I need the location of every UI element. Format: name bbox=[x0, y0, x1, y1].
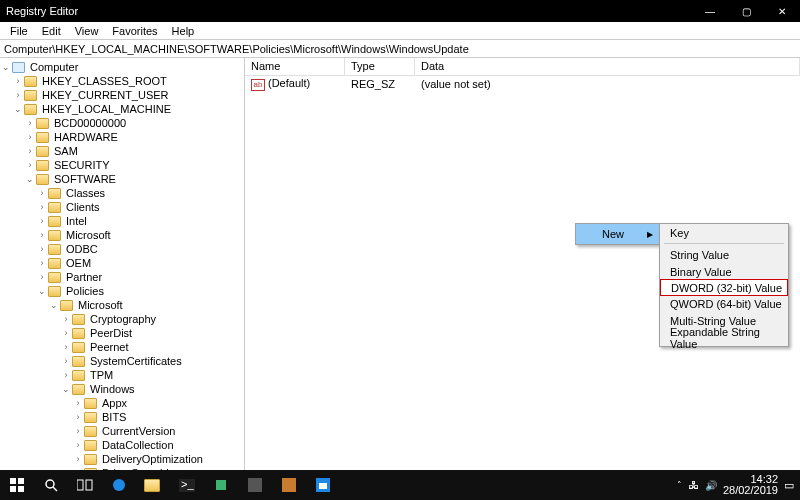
address-input[interactable] bbox=[4, 43, 800, 55]
chevron-right-icon[interactable]: › bbox=[72, 412, 84, 422]
submenu-string[interactable]: String Value bbox=[660, 246, 788, 263]
tree-node[interactable]: ›SystemCertificates bbox=[0, 354, 244, 368]
chevron-right-icon[interactable]: › bbox=[60, 342, 72, 352]
svg-rect-14 bbox=[282, 478, 296, 492]
tree-node[interactable]: ›Partner bbox=[0, 270, 244, 284]
tray-chevron-icon[interactable]: ˄ bbox=[677, 480, 682, 490]
tree-node[interactable]: ⌄Microsoft bbox=[0, 298, 244, 312]
submenu-qword[interactable]: QWORD (64-bit) Value bbox=[660, 295, 788, 312]
chevron-down-icon[interactable]: ⌄ bbox=[12, 104, 24, 114]
tree-node[interactable]: ›Classes bbox=[0, 186, 244, 200]
task-view-button[interactable] bbox=[68, 470, 102, 500]
folder-icon bbox=[60, 300, 73, 311]
chevron-right-icon[interactable]: › bbox=[60, 356, 72, 366]
col-data[interactable]: Data bbox=[415, 58, 800, 75]
taskbar-app-2[interactable] bbox=[272, 470, 306, 500]
folder-icon bbox=[72, 328, 85, 339]
chevron-down-icon[interactable]: ⌄ bbox=[48, 300, 60, 310]
taskbar-explorer[interactable] bbox=[136, 470, 170, 500]
chevron-right-icon[interactable]: › bbox=[72, 426, 84, 436]
tree-node[interactable]: ›CurrentVersion bbox=[0, 424, 244, 438]
taskbar-store[interactable] bbox=[306, 470, 340, 500]
chevron-right-icon[interactable]: › bbox=[36, 244, 48, 254]
tree-node[interactable]: ⌄Policies bbox=[0, 284, 244, 298]
tree-node[interactable]: ⌄SOFTWARE bbox=[0, 172, 244, 186]
clock[interactable]: 14:32 28/02/2019 bbox=[723, 474, 778, 496]
chevron-right-icon[interactable]: › bbox=[36, 202, 48, 212]
taskbar-edge[interactable] bbox=[102, 470, 136, 500]
menu-view[interactable]: View bbox=[69, 24, 105, 38]
tree-node[interactable]: ⌄Computer bbox=[0, 60, 244, 74]
taskbar-app-1[interactable] bbox=[238, 470, 272, 500]
chevron-right-icon[interactable]: › bbox=[72, 454, 84, 464]
taskbar-cmd[interactable]: >_ bbox=[170, 470, 204, 500]
search-button[interactable] bbox=[34, 470, 68, 500]
tree-node-label: Appx bbox=[100, 397, 129, 409]
chevron-down-icon[interactable]: ⌄ bbox=[60, 384, 72, 394]
tree-node[interactable]: ›Clients bbox=[0, 200, 244, 214]
tree-node[interactable]: ›OEM bbox=[0, 256, 244, 270]
notifications-icon[interactable]: ▭ bbox=[784, 479, 794, 492]
chevron-down-icon[interactable]: ⌄ bbox=[0, 62, 12, 72]
taskbar-regedit[interactable] bbox=[204, 470, 238, 500]
tree-node[interactable]: ›HKEY_CLASSES_ROOT bbox=[0, 74, 244, 88]
close-button[interactable]: ✕ bbox=[764, 0, 800, 22]
tree-node[interactable]: ›HARDWARE bbox=[0, 130, 244, 144]
chevron-right-icon[interactable]: › bbox=[60, 370, 72, 380]
submenu-dword[interactable]: DWORD (32-bit) Value bbox=[660, 279, 788, 296]
tree-node[interactable]: ›DataCollection bbox=[0, 438, 244, 452]
tree-node[interactable]: ›Intel bbox=[0, 214, 244, 228]
submenu-expandable[interactable]: Expandable String Value bbox=[660, 329, 788, 346]
chevron-right-icon[interactable]: › bbox=[36, 272, 48, 282]
tree-node-label: HKEY_LOCAL_MACHINE bbox=[40, 103, 173, 115]
chevron-right-icon[interactable]: › bbox=[24, 132, 36, 142]
menu-file[interactable]: File bbox=[4, 24, 34, 38]
tree-node[interactable]: ›BITS bbox=[0, 410, 244, 424]
tree-node[interactable]: ›TPM bbox=[0, 368, 244, 382]
list-row[interactable]: ab(Default) REG_SZ (value not set) bbox=[245, 76, 800, 92]
tree-node[interactable]: ›PeerDist bbox=[0, 326, 244, 340]
tree-node[interactable]: ›HKEY_CURRENT_USER bbox=[0, 88, 244, 102]
tray-network-icon[interactable]: 🖧 bbox=[688, 479, 699, 491]
chevron-right-icon[interactable]: › bbox=[12, 76, 24, 86]
chevron-right-icon[interactable]: › bbox=[24, 146, 36, 156]
tree-node[interactable]: ›DeliveryOptimization bbox=[0, 452, 244, 466]
submenu-key[interactable]: Key bbox=[660, 224, 788, 241]
tree-node[interactable]: ›BCD00000000 bbox=[0, 116, 244, 130]
tree-node[interactable]: ›Appx bbox=[0, 396, 244, 410]
chevron-right-icon[interactable]: › bbox=[60, 328, 72, 338]
start-button[interactable] bbox=[0, 470, 34, 500]
tree-node[interactable]: ›Microsoft bbox=[0, 228, 244, 242]
tree-pane[interactable]: ⌄Computer›HKEY_CLASSES_ROOT›HKEY_CURRENT… bbox=[0, 58, 245, 470]
chevron-right-icon[interactable]: › bbox=[36, 188, 48, 198]
minimize-button[interactable]: — bbox=[692, 0, 728, 22]
tray-volume-icon[interactable]: 🔊 bbox=[705, 480, 717, 491]
list-header: Name Type Data bbox=[245, 58, 800, 76]
chevron-right-icon[interactable]: › bbox=[36, 216, 48, 226]
menu-edit[interactable]: Edit bbox=[36, 24, 67, 38]
chevron-right-icon[interactable]: › bbox=[12, 90, 24, 100]
maximize-button[interactable]: ▢ bbox=[728, 0, 764, 22]
tree-node[interactable]: ›Peernet bbox=[0, 340, 244, 354]
chevron-right-icon[interactable]: › bbox=[36, 230, 48, 240]
tree-node[interactable]: ⌄Windows bbox=[0, 382, 244, 396]
chevron-right-icon[interactable]: › bbox=[72, 440, 84, 450]
tree-node[interactable]: ›SAM bbox=[0, 144, 244, 158]
tree-node[interactable]: ⌄HKEY_LOCAL_MACHINE bbox=[0, 102, 244, 116]
menu-help[interactable]: Help bbox=[166, 24, 201, 38]
chevron-right-icon[interactable]: › bbox=[24, 160, 36, 170]
chevron-down-icon[interactable]: ⌄ bbox=[24, 174, 36, 184]
col-type[interactable]: Type bbox=[345, 58, 415, 75]
chevron-down-icon[interactable]: ⌄ bbox=[36, 286, 48, 296]
chevron-right-icon[interactable]: › bbox=[36, 258, 48, 268]
tree-node[interactable]: ›ODBC bbox=[0, 242, 244, 256]
context-new[interactable]: New ▶ bbox=[576, 224, 659, 244]
tree-node[interactable]: ›SECURITY bbox=[0, 158, 244, 172]
chevron-right-icon[interactable]: › bbox=[72, 398, 84, 408]
tree-node[interactable]: ›Cryptography bbox=[0, 312, 244, 326]
chevron-right-icon[interactable]: › bbox=[24, 118, 36, 128]
chevron-right-icon[interactable]: › bbox=[60, 314, 72, 324]
submenu-binary[interactable]: Binary Value bbox=[660, 263, 788, 280]
menu-favorites[interactable]: Favorites bbox=[106, 24, 163, 38]
col-name[interactable]: Name bbox=[245, 58, 345, 75]
